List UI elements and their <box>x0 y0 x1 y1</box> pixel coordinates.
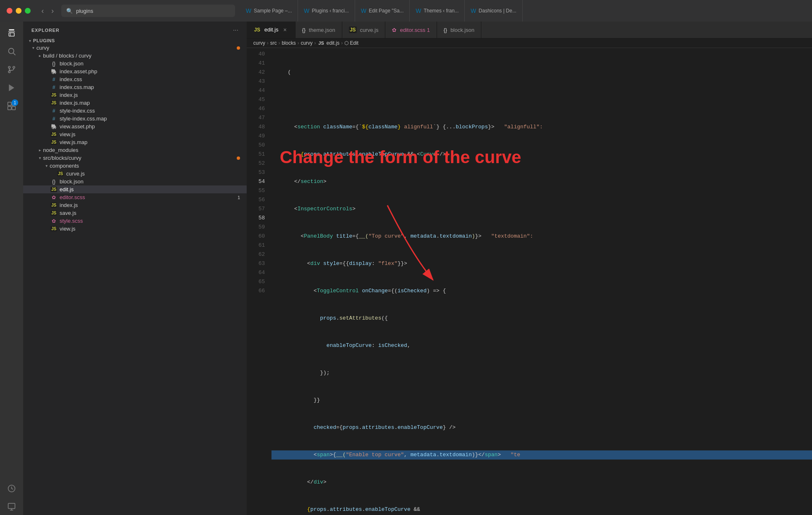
sidebar-item-block-json-1[interactable]: {} block.json <box>23 60 247 67</box>
tab-edit-js[interactable]: JS edit.js × <box>247 22 295 38</box>
wp-icon: W <box>246 7 251 14</box>
svg-point-8 <box>8 66 10 68</box>
code-line-45: <InspectorControls> <box>271 205 812 214</box>
activity-bar: 1 <box>0 22 23 515</box>
sidebar-item-view-asset-php[interactable]: 🐘 view.asset.php <box>23 123 247 130</box>
sidebar-item-view-js[interactable]: JS view.js <box>23 130 247 138</box>
svg-marker-10 <box>9 84 14 91</box>
sidebar-item-editor-scss[interactable]: ✿ editor.scss 1 <box>23 193 247 201</box>
svg-point-4 <box>9 48 14 54</box>
remote-activity-icon[interactable] <box>3 498 20 515</box>
browser-tabs: W Sample Page –... W Plugins ‹ franci...… <box>240 0 805 22</box>
search-bar[interactable]: 🔍 <box>61 5 235 17</box>
code-line-40: ( <box>271 68 812 77</box>
browser-tab-editpage[interactable]: W Edit Page "Sa... <box>355 0 410 22</box>
explorer-activity-icon[interactable] <box>3 25 20 41</box>
code-content[interactable]: ( <section className={`${className} alig… <box>271 48 812 515</box>
browser-tab-dashicons[interactable]: W Dashicons | De... <box>465 0 522 22</box>
wp-icon: W <box>471 7 476 14</box>
sidebar-item-view-js-2[interactable]: JS view.js <box>23 225 247 233</box>
sidebar-item-index-css[interactable]: # index.css <box>23 75 247 83</box>
back-button[interactable]: ‹ <box>39 6 46 16</box>
sidebar-item-src-blocks-curvy[interactable]: ▾ src/blocks/curvy <box>23 154 247 162</box>
tab-bar: JS edit.js × {} theme.json JS curve.js ✿… <box>247 22 812 39</box>
sidebar-item-edit-js[interactable]: JS edit.js <box>23 185 247 193</box>
sidebar-menu-button[interactable]: ··· <box>233 26 238 34</box>
tab-editor-scss[interactable]: ✿ editor.scss 1 <box>385 22 437 38</box>
browser-tab-sample[interactable]: W Sample Page –... <box>240 0 298 22</box>
sidebar-item-index-asset-php[interactable]: 🐘 index.asset.php <box>23 67 247 75</box>
code-line-55: </div> <box>271 478 812 487</box>
tab-js-icon-2: JS <box>349 26 357 33</box>
tab-theme-json[interactable]: {} theme.json <box>295 22 342 38</box>
code-line-42: <section className={`${className} alignf… <box>271 123 812 132</box>
sidebar-item-block-json-2[interactable]: {} block.json <box>23 178 247 185</box>
sidebar-item-style-index-css-map[interactable]: # style-index.css.map <box>23 115 247 123</box>
code-line-53: checked={props.attributes.enableTopCurve… <box>271 423 812 432</box>
svg-rect-16 <box>8 503 15 509</box>
search-input[interactable] <box>76 8 230 14</box>
svg-line-5 <box>13 53 15 55</box>
traffic-lights <box>7 8 31 14</box>
sidebar-item-curvy[interactable]: ▾ curvy <box>23 44 247 52</box>
maximize-button[interactable] <box>25 8 31 14</box>
sidebar-item-build-blocks-curvy[interactable]: ▸ build / blocks / curvy <box>23 52 247 60</box>
sidebar-item-style-index-css[interactable]: # style-index.css <box>23 107 247 115</box>
code-line-46: <PanelBody title={__("Top curve", metada… <box>271 232 812 241</box>
sidebar-item-components[interactable]: ▾ components <box>23 162 247 170</box>
breadcrumb-part-2: src <box>270 40 277 46</box>
source-control-activity-icon[interactable] <box>3 61 20 78</box>
timeline-activity-icon[interactable] <box>3 480 20 497</box>
extensions-activity-icon[interactable]: 1 <box>3 98 20 114</box>
sidebar-item-curve-js[interactable]: JS curve.js <box>23 170 247 178</box>
browser-tab-plugins[interactable]: W Plugins ‹ franci... <box>298 0 355 22</box>
minimize-button[interactable] <box>16 8 22 14</box>
tab-block-json[interactable]: {} block.json <box>437 22 482 38</box>
code-line-44: </section> <box>271 177 812 186</box>
code-line-51: }); <box>271 368 812 378</box>
svg-point-7 <box>13 66 15 68</box>
svg-rect-1 <box>8 31 15 32</box>
code-line-47: <div style={{display: "flex"}}> <box>271 259 812 268</box>
line-numbers: 40 41 42 43 44 45 46 47 48 49 50 51 52 5… <box>247 48 271 515</box>
breadcrumb-part-1: curvy <box>253 40 265 46</box>
code-line-41 <box>271 95 812 104</box>
sidebar-header: EXPLORER ··· <box>23 22 247 37</box>
run-activity-icon[interactable] <box>3 79 20 96</box>
svg-rect-11 <box>8 102 11 106</box>
sidebar-item-style-scss[interactable]: ✿ style.scss <box>23 217 247 225</box>
sidebar-item-index-css-map[interactable]: # index.css.map <box>23 83 247 91</box>
sidebar-item-index-js[interactable]: JS index.js <box>23 91 247 99</box>
browser-tab-themes[interactable]: W Themes ‹ fran... <box>410 0 465 22</box>
sidebar-item-index-js-2[interactable]: JS index.js <box>23 201 247 209</box>
svg-rect-2 <box>9 33 14 36</box>
svg-point-6 <box>8 71 10 73</box>
sidebar-item-save-js[interactable]: JS save.js <box>23 209 247 217</box>
sidebar-item-view-js-map[interactable]: JS view.js.map <box>23 138 247 146</box>
close-button[interactable] <box>7 8 12 14</box>
tab-json-icon-2: {} <box>444 27 447 33</box>
nav-arrows: ‹ › <box>39 6 56 16</box>
sidebar: EXPLORER ··· ▾ PLUGINS ▾ curvy ▸ build /… <box>23 22 247 515</box>
sidebar-item-plugins[interactable]: ▾ PLUGINS <box>23 37 247 44</box>
breadcrumb: curvy › src › blocks › curvy › JS edit.j… <box>247 39 812 48</box>
sidebar-item-node-modules[interactable]: ▸ node_modules <box>23 146 247 154</box>
breadcrumb-part-6: ⬡ Edit <box>344 40 358 46</box>
svg-rect-13 <box>8 106 11 110</box>
search-icon: 🔍 <box>66 8 73 14</box>
tab-close-button[interactable]: × <box>282 26 288 33</box>
sidebar-item-index-js-map[interactable]: JS index.js.map <box>23 99 247 107</box>
code-line-50: enableTopCurve: isChecked, <box>271 341 812 350</box>
code-line-56: {props.attributes.enableTopCurve && <box>271 505 812 514</box>
forward-button[interactable]: › <box>49 6 56 16</box>
breadcrumb-part-5: edit.js <box>327 40 339 46</box>
tab-scss-icon: ✿ <box>392 27 396 33</box>
breadcrumb-part-3: blocks <box>282 40 296 46</box>
code-line-54: <span>{__("Enable top curve", metadata.t… <box>271 450 812 460</box>
code-line-49: props.setAttributes({ <box>271 314 812 323</box>
wp-icon: W <box>304 7 309 14</box>
editor-area: JS edit.js × {} theme.json JS curve.js ✿… <box>247 22 812 515</box>
breadcrumb-part-4: curvy <box>301 40 313 46</box>
tab-curve-js[interactable]: JS curve.js <box>342 22 385 38</box>
search-activity-icon[interactable] <box>3 43 20 60</box>
